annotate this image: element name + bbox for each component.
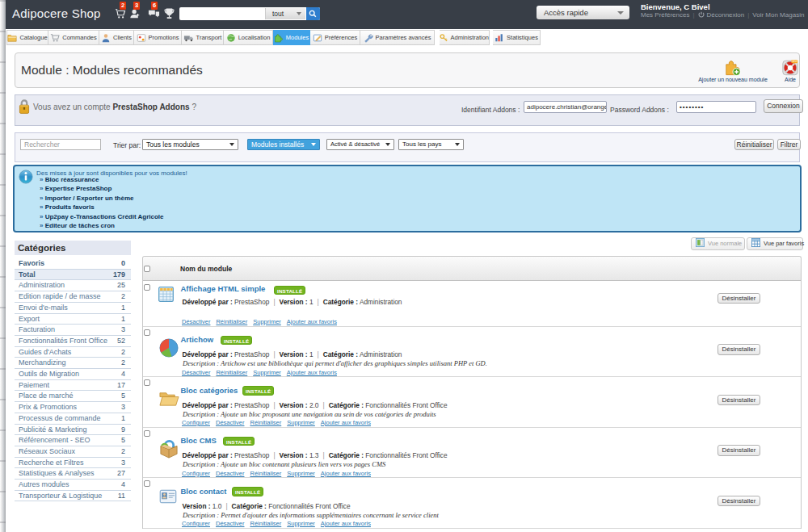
svg-text:NEW: NEW: [792, 60, 797, 63]
